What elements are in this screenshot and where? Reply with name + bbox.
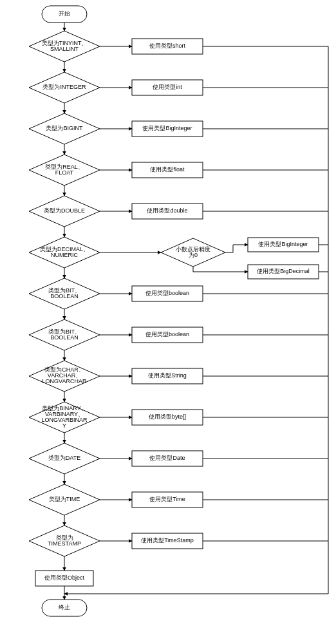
action-6-label: 使用类型boolean: [145, 290, 189, 296]
sub-no-box-label: 使用类型BigDecimal: [257, 268, 310, 274]
action-0-label: 使用类型short: [149, 43, 186, 49]
arrow-sub-yes: [225, 245, 248, 252]
action-7-label: 使用类型boolean: [145, 331, 189, 337]
decision-9-text: Y: [62, 422, 66, 429]
decision-11-text: 类型为TIME: [49, 496, 80, 502]
sub-decision-text: 为0: [189, 252, 198, 258]
arrow-sub-no: [193, 267, 248, 272]
decision-6-text: BOOLEAN: [50, 293, 79, 299]
decision-0-text: SMALLINT: [50, 46, 79, 52]
decision-2-text: 类型为BIGINT: [46, 125, 83, 131]
action-3-label: 使用类型float: [150, 166, 185, 173]
decision-12-text: TIMESTAMP: [48, 540, 81, 547]
decision-3-text: FLOAT: [55, 169, 74, 176]
decision-8-text: LONGVARCHAR: [42, 378, 87, 384]
fallback-box-label: 使用类型Object: [44, 574, 85, 581]
action-2-label: 使用类型BigInteger: [142, 125, 192, 131]
action-4-label: 使用类型double: [147, 207, 187, 214]
action-8-label: 使用类型String: [148, 372, 187, 379]
sub-yes-box-label: 使用类型BigInteger: [258, 241, 308, 247]
action-12-label: 使用类型TimeStamp: [141, 537, 194, 544]
decision-10-text: 类型为DATE: [48, 455, 80, 461]
decision-5-text: NUMERIC: [51, 252, 78, 258]
action-1-label: 使用类型int: [153, 84, 182, 90]
terminator-start-label: 开始: [59, 10, 70, 17]
decision-4-text: 类型为DOUBLE: [44, 207, 85, 214]
action-10-label: 使用类型Date: [149, 455, 185, 461]
terminator-end-label: 终止: [59, 604, 70, 611]
action-9-label: 使用类型byte[]: [149, 413, 186, 420]
decision-7-text: BOOLEAN: [50, 334, 79, 341]
action-11-label: 使用类型Time: [149, 496, 185, 502]
decision-1-text: 类型为INTEGER: [42, 84, 86, 90]
